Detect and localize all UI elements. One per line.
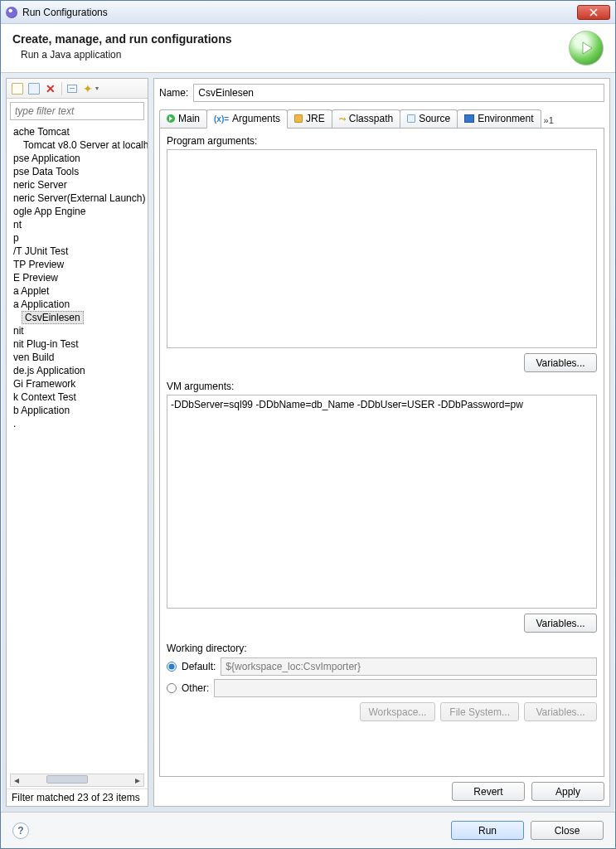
tab-label: Arguments <box>232 113 280 124</box>
tree-filter-input[interactable] <box>10 102 144 120</box>
tree-item[interactable]: E Preview <box>8 271 148 284</box>
dialog-window: Run Configurations Create, manage, and r… <box>0 0 616 849</box>
tab-source[interactable]: Source <box>400 109 458 128</box>
duplicate-config-icon[interactable] <box>28 83 40 95</box>
tree-item[interactable]: Tomcat v8.0 Server at localho <box>8 138 148 152</box>
config-tree[interactable]: ache TomcatTomcat v8.0 Server at localho… <box>7 124 148 772</box>
collapse-all-icon[interactable] <box>67 85 77 93</box>
wd-default-input <box>221 657 597 676</box>
vm-variables-button[interactable]: Variables... <box>524 614 597 633</box>
overflow-label: »1 <box>544 115 554 125</box>
tree-item[interactable]: pse Data Tools <box>8 165 148 178</box>
tree-item-selected[interactable]: CsvEinlesen <box>22 311 84 324</box>
tree-item[interactable]: b Application <box>8 404 148 417</box>
apply-button[interactable]: Apply <box>531 782 604 801</box>
scroll-track[interactable] <box>22 774 132 786</box>
tree-item[interactable]: pse Application <box>8 152 148 165</box>
program-variables-button[interactable]: Variables... <box>524 353 597 372</box>
svg-marker-0 <box>583 42 592 54</box>
name-label: Name: <box>159 87 188 99</box>
arguments-panel: Program arguments: Variables... VM argum… <box>159 129 604 777</box>
tab-bar: Main (x)= Arguments JRE ⤳ Classpath Sour… <box>159 107 604 129</box>
scroll-left-icon[interactable]: ◂ <box>11 774 22 786</box>
filesystem-button: File System... <box>440 702 519 721</box>
scroll-thumb[interactable] <box>46 775 88 784</box>
config-tree-panel: ✕ ✦ ▾ ache TomcatTomcat v8.0 Server at l… <box>6 78 148 807</box>
vm-args-textarea[interactable]: -DDbServer=sql99 -DDbName=db_Name -DDbUs… <box>167 395 597 609</box>
program-args-textarea[interactable] <box>167 149 597 348</box>
wd-default-radio[interactable] <box>167 662 177 672</box>
tab-label: JRE <box>306 113 325 124</box>
tree-item[interactable]: ache Tomcat <box>8 125 148 138</box>
jre-icon <box>294 114 303 123</box>
tab-environment[interactable]: Environment <box>457 109 541 128</box>
run-button[interactable]: Run <box>451 821 524 840</box>
tree-item[interactable]: nt <box>8 218 148 231</box>
titlebar[interactable]: Run Configurations <box>1 1 615 24</box>
tab-arguments[interactable]: (x)= Arguments <box>206 109 288 129</box>
tree-item[interactable]: neric Server(External Launch) <box>8 192 148 205</box>
header-heading: Create, manage, and run configurations <box>12 32 569 46</box>
chevron-down-icon[interactable]: ▾ <box>95 85 99 92</box>
tab-label: Source <box>419 113 450 124</box>
tree-item[interactable]: a Application <box>8 298 148 311</box>
tree-item[interactable]: ven Build <box>8 351 148 364</box>
tree-item[interactable]: nit <box>8 324 148 337</box>
filter-icon[interactable]: ✦ <box>82 83 94 95</box>
workspace-button: Workspace... <box>360 702 436 721</box>
tab-jre[interactable]: JRE <box>287 109 332 128</box>
tree-item[interactable]: nit Plug-in Test <box>8 337 148 351</box>
source-icon <box>407 114 415 123</box>
tree-toolbar: ✕ ✦ ▾ <box>7 79 148 99</box>
window-title: Run Configurations <box>22 7 108 18</box>
tree-item[interactable]: k Context Test <box>8 391 148 404</box>
close-button[interactable]: Close <box>531 821 604 840</box>
new-config-icon[interactable] <box>12 83 23 95</box>
tree-item[interactable]: ogle App Engine <box>8 205 148 218</box>
wd-other-input[interactable] <box>214 679 597 697</box>
tab-overflow[interactable]: »1 <box>541 113 557 128</box>
wd-other-label: Other: <box>182 682 209 694</box>
wd-default-label: Default: <box>182 661 216 672</box>
delete-config-icon[interactable]: ✕ <box>45 83 56 95</box>
arguments-icon: (x)= <box>214 114 229 124</box>
dialog-header: Create, manage, and run configurations R… <box>1 24 615 73</box>
help-icon[interactable]: ? <box>12 822 29 839</box>
classpath-icon: ⤳ <box>339 114 346 124</box>
tree-item[interactable]: . <box>8 417 148 430</box>
tab-main[interactable]: Main <box>159 109 207 128</box>
tree-hscrollbar[interactable]: ◂ ▸ <box>10 774 144 787</box>
tree-item[interactable]: Gi Framework <box>8 377 148 391</box>
tab-label: Classpath <box>349 113 393 124</box>
header-subtitle: Run a Java application <box>12 49 569 61</box>
tree-filter-status: Filter matched 23 of 23 items <box>7 788 148 806</box>
revert-button[interactable]: Revert <box>452 782 525 801</box>
config-name-input[interactable] <box>193 84 604 102</box>
wd-variables-button: Variables... <box>524 702 597 721</box>
run-badge-icon <box>569 31 604 65</box>
tree-item[interactable]: TP Preview <box>8 258 148 271</box>
tab-classpath[interactable]: ⤳ Classpath <box>332 109 400 128</box>
working-dir-label: Working directory: <box>167 643 597 654</box>
tree-item[interactable]: /T JUnit Test <box>8 245 148 258</box>
dialog-bottombar: ? Run Close <box>1 812 615 848</box>
tree-item[interactable]: p <box>8 231 148 245</box>
config-editor-panel: Name: Main (x)= Arguments JRE ⤳ <box>153 78 610 807</box>
tree-item[interactable]: neric Server <box>8 178 148 192</box>
tab-label: Main <box>178 113 200 124</box>
environment-icon <box>464 114 474 123</box>
tree-item[interactable]: a Applet <box>8 284 148 298</box>
run-icon <box>167 114 175 123</box>
working-directory-group: Working directory: Default: Other: Works… <box>167 643 597 721</box>
tab-label: Environment <box>478 113 533 124</box>
vm-args-label: VM arguments: <box>167 381 597 392</box>
wd-other-radio[interactable] <box>167 683 177 693</box>
eclipse-icon <box>6 7 17 18</box>
program-args-label: Program arguments: <box>167 135 597 147</box>
toolbar-divider <box>61 82 62 95</box>
scroll-right-icon[interactable]: ▸ <box>132 774 143 786</box>
tree-item[interactable]: de.js Application <box>8 364 148 377</box>
window-close-button[interactable] <box>577 5 610 20</box>
